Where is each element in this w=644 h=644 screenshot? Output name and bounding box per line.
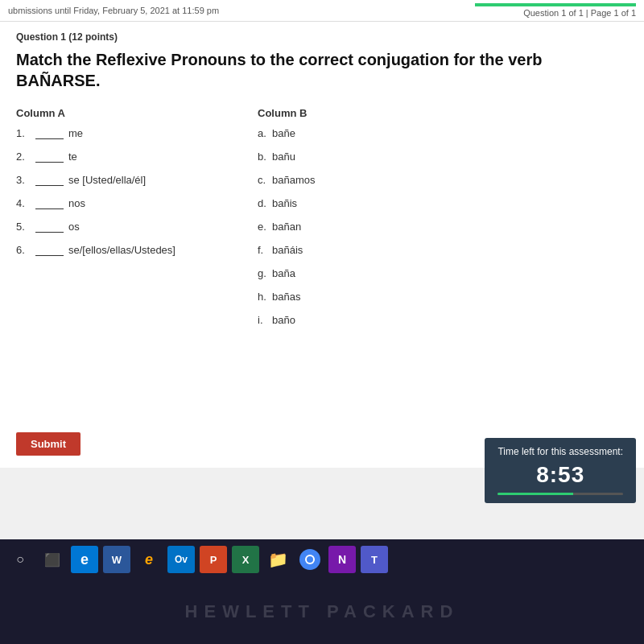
list-item: 5. os	[16, 221, 258, 233]
list-item: 6. se/[ellos/ellas/Ustedes]	[16, 244, 258, 256]
word-icon[interactable]: W	[103, 546, 130, 573]
timer-widget: Time left for this assessment: 8:53	[485, 438, 636, 503]
item-word: bañis	[272, 197, 297, 209]
item-pronoun: se [Usted/ella/él]	[68, 174, 146, 186]
column-a: Column A 1. me 2. te 3. se [Usted/ella/é…	[16, 107, 258, 337]
edge-icon[interactable]: e	[71, 546, 98, 573]
list-item: d. bañis	[258, 197, 459, 209]
list-item: g. baña	[258, 267, 459, 279]
timer-value: 8:53	[497, 462, 623, 488]
progress-bar-container	[475, 3, 636, 6]
columns-container: Column A 1. me 2. te 3. se [Usted/ella/é…	[16, 107, 628, 337]
onenote-icon[interactable]: N	[328, 546, 356, 573]
item-number: 6.	[16, 244, 32, 256]
answer-line-5[interactable]	[35, 221, 64, 233]
item-number: 4.	[16, 197, 32, 209]
answer-line-2[interactable]	[35, 151, 64, 163]
column-a-header: Column A	[16, 107, 258, 119]
search-icon[interactable]: ○	[6, 546, 34, 573]
answer-line-3[interactable]	[35, 175, 64, 186]
item-number: 5.	[16, 221, 32, 233]
submission-info: ubmissions until Friday, February 5, 202…	[8, 6, 219, 15]
list-item: 4. nos	[16, 197, 258, 209]
item-word: bañe	[272, 127, 295, 139]
item-word: baña	[272, 267, 295, 279]
outlook-icon[interactable]: Ov	[167, 546, 195, 573]
watermark-area: HEWLETT PACKARD	[0, 580, 644, 644]
item-word: bañan	[272, 221, 301, 233]
answer-line-1[interactable]	[35, 128, 64, 139]
column-b-header: Column B	[258, 107, 459, 119]
svg-point-2	[307, 556, 313, 563]
timer-bar-fill	[497, 493, 572, 495]
item-word: bañas	[272, 291, 300, 303]
item-pronoun: te	[68, 151, 77, 163]
timer-label: Time left for this assessment:	[497, 446, 623, 459]
list-item: h. bañas	[258, 291, 459, 303]
item-number: 3.	[16, 174, 32, 186]
list-item: 1. me	[16, 127, 258, 139]
question-info: Question 1 of 1 | Page 1 of 1	[523, 8, 636, 18]
item-letter: i.	[258, 314, 272, 326]
answer-line-4[interactable]	[35, 198, 64, 209]
item-pronoun: os	[68, 221, 80, 233]
teams-icon[interactable]: T	[361, 546, 388, 573]
item-letter: h.	[258, 291, 272, 303]
folder-icon[interactable]: 📁	[264, 546, 291, 573]
item-number: 2.	[16, 151, 32, 163]
internet-explorer-icon[interactable]: e	[135, 546, 163, 573]
list-item: a. bañe	[258, 127, 459, 139]
item-word: baño	[272, 314, 295, 326]
item-letter: a.	[258, 127, 272, 139]
item-number: 1.	[16, 127, 32, 139]
item-letter: c.	[258, 174, 272, 186]
excel-icon[interactable]: X	[232, 546, 259, 573]
item-word: bañáis	[272, 244, 303, 256]
list-item: i. baño	[258, 314, 459, 326]
question-text-line1: Match the Reflexive Pronouns to the corr…	[16, 51, 542, 68]
item-letter: e.	[258, 221, 272, 233]
top-bar: ubmissions until Friday, February 5, 202…	[0, 0, 644, 22]
column-b: Column B a. bañe b. bañu c. bañamos d. b…	[258, 107, 459, 337]
item-pronoun: se/[ellos/ellas/Ustedes]	[68, 244, 175, 256]
chrome-icon[interactable]	[296, 546, 324, 573]
timer-bar	[497, 493, 623, 495]
item-letter: b.	[258, 151, 272, 163]
submit-button[interactable]: Submit	[16, 432, 80, 456]
main-content: Question 1 (12 points) Match the Reflexi…	[0, 22, 644, 424]
item-letter: f.	[258, 244, 272, 256]
list-item: b. bañu	[258, 151, 459, 163]
list-item: 2. te	[16, 151, 258, 163]
list-item: e. bañan	[258, 221, 459, 233]
item-pronoun: nos	[68, 197, 85, 209]
cortana-icon[interactable]: ⬛	[39, 546, 66, 573]
item-word: bañu	[272, 151, 295, 163]
list-item: c. bañamos	[258, 174, 459, 186]
powerpoint-icon[interactable]: P	[200, 546, 227, 573]
item-word: bañamos	[272, 174, 315, 186]
question-label: Question 1 (12 points)	[16, 31, 628, 43]
list-item: 3. se [Usted/ella/él]	[16, 174, 258, 186]
watermark-text: HEWLETT PACKARD	[185, 601, 460, 622]
list-item: f. bañáis	[258, 244, 459, 256]
item-letter: g.	[258, 267, 272, 279]
question-text: Match the Reflexive Pronouns to the corr…	[16, 49, 628, 91]
item-pronoun: me	[68, 127, 83, 139]
answer-line-6[interactable]	[35, 245, 64, 256]
progress-bar-fill	[475, 3, 636, 6]
question-text-line2: BAÑARSE.	[16, 72, 100, 89]
item-letter: d.	[258, 197, 272, 209]
taskbar: ○ ⬛ e W e Ov P X 📁 N T	[0, 539, 644, 580]
